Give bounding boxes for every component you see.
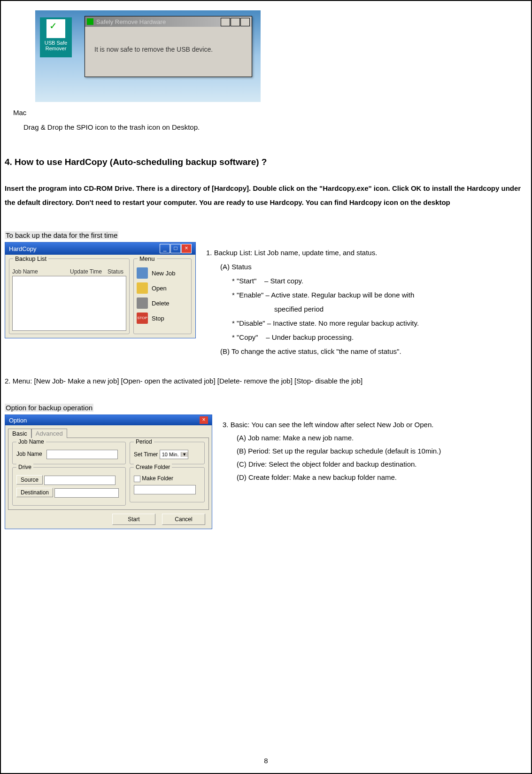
close-button[interactable]: × bbox=[181, 244, 192, 253]
close-button[interactable]: × bbox=[240, 18, 250, 26]
col-update-time: Update Time bbox=[70, 268, 108, 275]
menu-delete[interactable]: Delete bbox=[137, 297, 188, 309]
new-job-icon bbox=[137, 267, 148, 279]
desc-line: (A) Status bbox=[206, 260, 524, 274]
menu-description: 2. Menu: [New Job- Make a new job] [Open… bbox=[5, 375, 527, 387]
group-drive: Drive Source Destination bbox=[12, 467, 126, 506]
menu-stop[interactable]: STOPStop bbox=[137, 313, 188, 324]
source-input[interactable] bbox=[44, 476, 116, 485]
group-legend: Job Name bbox=[16, 438, 46, 445]
start-button[interactable]: Start bbox=[112, 514, 155, 525]
usb-icon bbox=[46, 19, 65, 38]
desc-line: (C) Drive: Select the object folder and … bbox=[223, 458, 524, 471]
desc-line: 1. Backup List: List Job name, update ti… bbox=[206, 246, 524, 260]
maximize-button[interactable]: □ bbox=[231, 18, 240, 26]
destination-input[interactable] bbox=[54, 488, 119, 498]
minimize-button[interactable]: _ bbox=[160, 244, 170, 253]
desc-line: specified period bbox=[206, 302, 524, 316]
option-window: Option × BasicAdvanced Job Name Job Name… bbox=[5, 414, 212, 529]
menu-open-label: Open bbox=[152, 285, 167, 292]
group-period: Period Set Timer 10 Min.▼ bbox=[130, 442, 205, 464]
folder-name-input[interactable] bbox=[134, 485, 196, 494]
group-legend: Period bbox=[134, 438, 154, 445]
menu-delete-label: Delete bbox=[152, 300, 170, 307]
delete-icon bbox=[137, 297, 148, 309]
minimize-button[interactable]: _ bbox=[221, 18, 230, 26]
menu-legend: Menu bbox=[138, 255, 157, 262]
subsection-option: Option for backup operation bbox=[5, 404, 93, 412]
cancel-button[interactable]: Cancel bbox=[162, 514, 205, 525]
desc-line: (A) Job name: Make a new job name. bbox=[223, 431, 524, 445]
desc-line: 3. Basic: You can see the left window af… bbox=[223, 418, 524, 431]
backup-list-panel: Backup List Job Name Update Time Status bbox=[9, 258, 130, 334]
desc-line: * "Start" – Start copy. bbox=[206, 274, 524, 288]
backup-list[interactable] bbox=[12, 276, 126, 331]
close-button[interactable]: × bbox=[200, 416, 208, 424]
dialog-title: Safely Remove Hardware bbox=[96, 18, 166, 25]
desc-line: (B) Period: Set up the regular backup sc… bbox=[223, 445, 524, 458]
maximize-button[interactable]: □ bbox=[170, 244, 181, 253]
chevron-down-icon: ▼ bbox=[181, 452, 188, 457]
source-button[interactable]: Source bbox=[16, 475, 43, 485]
desc-line: * "Enable" – Active state. Regular backu… bbox=[206, 288, 524, 302]
set-timer-label: Set Timer bbox=[134, 451, 158, 458]
option-titlebar: Option × bbox=[5, 415, 212, 425]
dialog-safely-remove: Safely Remove Hardware _□× It is now saf… bbox=[85, 16, 252, 77]
section-4-title: 4. How to use HardCopy (Auto-scheduling … bbox=[5, 157, 527, 167]
menu-open[interactable]: Open bbox=[137, 282, 188, 294]
destination-button[interactable]: Destination bbox=[16, 488, 53, 497]
open-icon bbox=[137, 282, 148, 294]
group-create-folder: Create Folder Make Folder bbox=[130, 467, 205, 502]
page-number: 8 bbox=[1, 757, 531, 765]
menu-new-job[interactable]: New Job bbox=[137, 267, 188, 279]
usb-icon-label2: Remover bbox=[40, 46, 72, 51]
desc-line: * "Disable" – Inactive state. No more re… bbox=[206, 316, 524, 330]
mac-heading: Mac bbox=[13, 109, 527, 117]
desc-line: * "Copy" – Under backup processing. bbox=[206, 330, 524, 344]
hardware-icon bbox=[87, 18, 93, 25]
menu-panel: Menu New Job Open Delete STOPStop bbox=[133, 258, 192, 334]
timer-dropdown[interactable]: 10 Min.▼ bbox=[160, 450, 188, 459]
job-name-input[interactable] bbox=[46, 450, 118, 459]
hardcopy-title: HardCopy bbox=[9, 245, 37, 252]
group-legend: Create Folder bbox=[134, 464, 172, 470]
usb-safe-remover-icon: USB Safe Remover bbox=[40, 17, 72, 57]
install-paragraph: Insert the program into CD-ROM Drive. Th… bbox=[5, 181, 527, 210]
backup-list-legend: Backup List bbox=[13, 255, 48, 262]
job-name-label: Job Name bbox=[16, 451, 42, 457]
backup-description: 1. Backup List: List Job name, update ti… bbox=[196, 242, 527, 359]
dialog-titlebar: Safely Remove Hardware _□× bbox=[85, 16, 252, 27]
menu-new-job-label: New Job bbox=[152, 270, 176, 277]
hardcopy-window: HardCopy _□× Backup List Job Name Update… bbox=[5, 242, 196, 338]
make-folder-checkbox[interactable] bbox=[134, 476, 140, 482]
screenshot-safely-remove: USB Safe Remover Safely Remove Hardware … bbox=[35, 10, 261, 102]
usb-icon-label: USB Safe bbox=[40, 40, 72, 46]
dialog-body: It is now safe to remove the USB device. bbox=[85, 27, 252, 77]
subsection-first-backup: To back up the data for the first time bbox=[5, 231, 118, 239]
tab-basic[interactable]: Basic bbox=[8, 429, 31, 438]
option-description: 3. Basic: You can see the left window af… bbox=[212, 414, 527, 484]
col-job-name: Job Name bbox=[12, 268, 70, 275]
desc-line: (D) Create folder: Make a new backup fol… bbox=[223, 471, 524, 484]
hardcopy-titlebar: HardCopy _□× bbox=[5, 242, 195, 255]
group-job-name: Job Name Job Name bbox=[12, 442, 126, 464]
mac-instruction: Drag & Drop the SPIO icon to the trash i… bbox=[23, 123, 527, 131]
menu-stop-label: Stop bbox=[152, 315, 164, 322]
stop-icon: STOP bbox=[137, 313, 148, 324]
group-legend: Drive bbox=[16, 464, 33, 470]
desc-line: (B) To change the active status, click "… bbox=[206, 344, 524, 359]
col-status: Status bbox=[108, 268, 126, 275]
timer-value: 10 Min. bbox=[160, 452, 181, 457]
option-title: Option bbox=[9, 417, 27, 424]
tab-advanced[interactable]: Advanced bbox=[31, 429, 67, 438]
make-folder-label: Make Folder bbox=[142, 475, 173, 482]
